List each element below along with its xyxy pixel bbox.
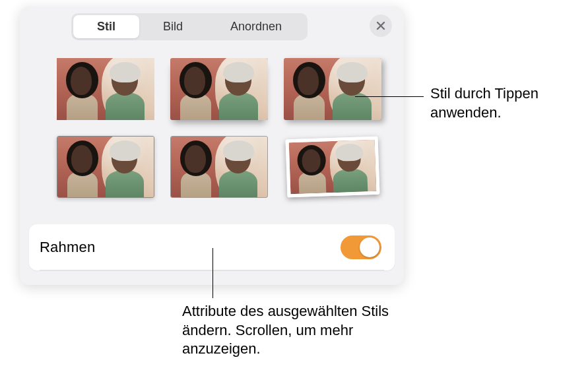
frame-label: Rahmen <box>40 239 95 256</box>
callout-leader-line <box>212 248 213 298</box>
style-thumbnail-plain[interactable] <box>54 54 157 124</box>
callout-apply-style: Stil durch Tippen anwenden. <box>430 84 588 122</box>
tab-anordnen[interactable]: Anordnen <box>207 15 306 38</box>
style-thumbnail-thin-border-shadow[interactable] <box>54 132 157 202</box>
style-thumbnail-polaroid-tilt[interactable] <box>281 132 384 202</box>
close-button[interactable] <box>370 15 392 37</box>
close-icon <box>376 21 385 30</box>
toggle-knob <box>360 237 379 257</box>
style-thumbnail-outline[interactable] <box>168 132 271 202</box>
format-tabs: Stil Bild Anordnen <box>71 13 308 40</box>
tab-bild[interactable]: Bild <box>139 15 207 38</box>
frame-row: Rahmen <box>29 224 395 270</box>
callout-edit-attributes: Attribute des ausgewählten Stils ändern.… <box>182 302 393 359</box>
style-thumbnail-reflection[interactable] <box>168 54 271 124</box>
callout-leader-line <box>355 96 424 97</box>
style-thumbnail-grid <box>54 54 384 202</box>
style-thumbnail-drop-shadow[interactable] <box>281 54 384 124</box>
frame-toggle[interactable] <box>341 235 381 259</box>
format-inspector-panel: Stil Bild Anordnen Rahmen <box>20 7 404 285</box>
row-divider <box>40 270 384 270</box>
tab-stil[interactable]: Stil <box>73 15 139 38</box>
